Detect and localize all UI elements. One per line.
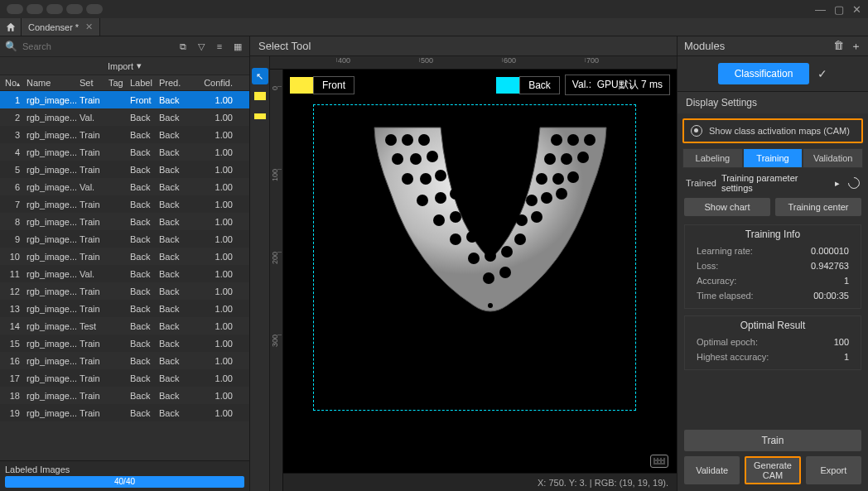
right-panel: Modules 🗑＋ Classification ✓ Display Sett…: [678, 36, 868, 491]
app-menu-blob[interactable]: [86, 4, 103, 14]
table-row[interactable]: 3rgb_image...TrainBackBack1.00: [0, 126, 249, 143]
table-row[interactable]: 16rgb_image...TrainBackBack1.00: [0, 352, 249, 369]
col-name[interactable]: Name: [23, 75, 76, 90]
mode-tabs: Labeling Training Validation: [682, 148, 863, 168]
optimal-row: Optimal epoch:100: [685, 335, 861, 349]
table-row[interactable]: 15rgb_image...TrainBackBack1.00: [0, 335, 249, 352]
training-center-button[interactable]: Training center: [775, 198, 861, 216]
cam-toggle[interactable]: Show class activation maps (CAM): [682, 118, 863, 143]
table-row[interactable]: 9rgb_image...TrainBackBack1.00: [0, 230, 249, 248]
app-menu-blob[interactable]: [7, 4, 23, 14]
table-row[interactable]: 2rgb_image...Val.BackBack1.00: [0, 108, 249, 126]
table-row[interactable]: 12rgb_image...TrainBackBack1.00: [0, 282, 249, 300]
svg-point-5: [427, 151, 438, 162]
svg-point-30: [552, 173, 564, 185]
trained-status: Trained: [686, 178, 716, 188]
color-swatch-yellow-2[interactable]: [252, 108, 268, 124]
col-no[interactable]: No▴: [0, 75, 23, 90]
svg-point-20: [501, 246, 513, 258]
minimize-button[interactable]: —: [815, 3, 826, 16]
svg-point-28: [577, 152, 589, 163]
search-input[interactable]: [22, 41, 171, 51]
table-row[interactable]: 17rgb_image...TrainBackBack1.00: [0, 369, 249, 387]
cursor-info: X: 750. Y: 3. | RGB: (19, 19, 19).: [538, 478, 668, 488]
filter-icon[interactable]: ▽: [195, 40, 208, 53]
svg-point-9: [417, 195, 428, 206]
show-chart-button[interactable]: Show chart: [684, 198, 770, 216]
home-button[interactable]: [0, 18, 22, 36]
svg-point-8: [435, 170, 446, 181]
chevron-down-icon: ▾: [137, 60, 142, 71]
image-canvas[interactable]: Front Back Val.: GPU默认 7 ms: [283, 70, 677, 473]
viewport[interactable]: 400500600700 0100200300 Front Back Val.:…: [270, 56, 677, 491]
table-row[interactable]: 14rgb_image...TestBackBack1.00: [0, 317, 249, 335]
close-icon[interactable]: ✕: [85, 22, 93, 32]
info-row: Learning rate:0.000010: [685, 243, 861, 258]
col-tag[interactable]: Tag: [105, 75, 127, 90]
import-dropdown[interactable]: Import ▾: [108, 60, 142, 71]
table-row[interactable]: 10rgb_image...TrainBackBack1.00: [0, 248, 249, 265]
table-row[interactable]: 18rgb_image...TrainBackBack1.00: [0, 387, 249, 404]
svg-point-29: [536, 173, 547, 185]
revert-icon[interactable]: [846, 175, 862, 191]
table-row[interactable]: 7rgb_image...TrainBackBack1.00: [0, 195, 249, 213]
table-body[interactable]: 1rgb_image...TrainFrontBack1.002rgb_imag…: [0, 91, 249, 460]
inference-info: Val.: GPU默认 7 ms: [565, 75, 670, 95]
class-chip-back[interactable]: Back: [496, 76, 560, 94]
delete-icon[interactable]: 🗑: [833, 39, 844, 54]
svg-point-34: [556, 188, 567, 200]
col-label[interactable]: Label: [127, 75, 156, 90]
svg-point-38: [488, 303, 493, 308]
class-chip-front[interactable]: Front: [290, 76, 354, 94]
classification-module[interactable]: Classification: [718, 63, 810, 84]
svg-point-19: [485, 250, 496, 262]
training-params-link[interactable]: Training parameter settings ▸: [721, 173, 840, 193]
col-set[interactable]: Set: [76, 75, 105, 90]
tab-labeling[interactable]: Labeling: [682, 148, 743, 168]
add-image-icon[interactable]: ⧉: [176, 40, 190, 53]
keyboard-icon[interactable]: [650, 455, 668, 468]
training-info-title: Training Info: [685, 225, 861, 243]
validate-button[interactable]: Validate: [684, 456, 740, 484]
add-icon[interactable]: ＋: [851, 39, 861, 54]
col-confid[interactable]: Confid.: [189, 75, 249, 90]
svg-point-36: [531, 211, 542, 223]
table-row[interactable]: 1rgb_image...TrainFrontBack1.00: [0, 91, 249, 108]
table-row[interactable]: 8rgb_image...TrainBackBack1.00: [0, 213, 249, 230]
svg-point-37: [514, 233, 526, 245]
grid-view-icon[interactable]: ▦: [231, 40, 244, 53]
svg-point-7: [420, 173, 432, 185]
svg-point-17: [481, 228, 493, 239]
app-menu-blob[interactable]: [27, 4, 43, 14]
maximize-button[interactable]: ▢: [834, 3, 844, 16]
close-button[interactable]: ✕: [852, 3, 861, 16]
tool-strip: ↖: [250, 56, 270, 491]
table-row[interactable]: 4rgb_image...TrainBackBack1.00: [0, 143, 249, 161]
svg-point-16: [466, 231, 478, 243]
table-row[interactable]: 5rgb_image...TrainBackBack1.00: [0, 161, 249, 178]
svg-point-33: [541, 192, 552, 204]
svg-point-1: [402, 134, 413, 146]
generate-cam-button[interactable]: Generate CAM: [745, 456, 800, 484]
select-tool[interactable]: ↖: [252, 68, 268, 84]
back-label: Back: [519, 76, 560, 94]
home-icon: [5, 22, 17, 33]
table-row[interactable]: 13rgb_image...TrainBackBack1.00: [0, 300, 249, 317]
export-button[interactable]: Export: [806, 456, 861, 484]
table-row[interactable]: 19rgb_image...TrainBackBack1.00: [0, 404, 249, 421]
tab-validation[interactable]: Validation: [803, 148, 863, 168]
table-row[interactable]: 6rgb_image...Val.BackBack1.00: [0, 178, 249, 195]
col-pred[interactable]: Pred.: [156, 75, 189, 90]
file-tab[interactable]: Condenser * ✕: [22, 18, 100, 36]
color-swatch-yellow[interactable]: [252, 88, 268, 104]
table-row[interactable]: 11rgb_image...Val.BackBack1.00: [0, 265, 249, 282]
svg-point-15: [450, 233, 461, 245]
svg-point-26: [544, 153, 556, 165]
app-menu-blob[interactable]: [66, 4, 83, 14]
list-view-icon[interactable]: ≡: [213, 40, 226, 53]
svg-point-21: [483, 272, 494, 284]
tab-training[interactable]: Training: [743, 148, 803, 168]
train-button[interactable]: Train: [684, 430, 861, 451]
import-label: Import: [108, 61, 133, 71]
app-menu-blob[interactable]: [46, 4, 63, 14]
